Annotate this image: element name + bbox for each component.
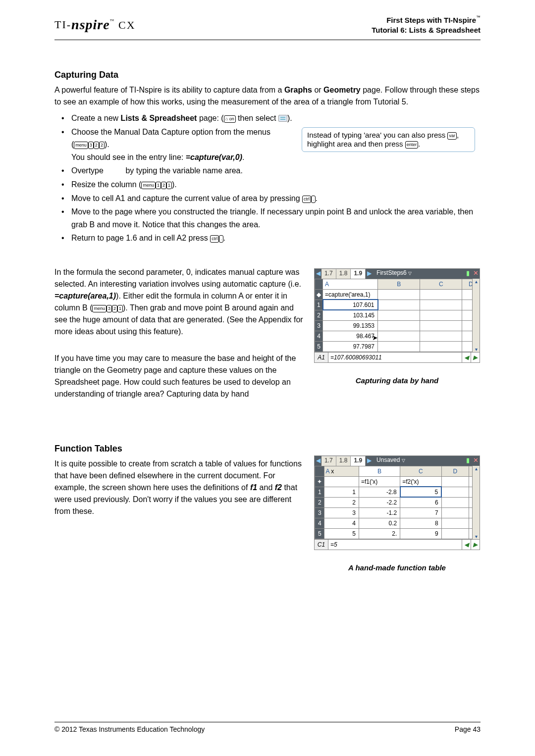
section-capturing-title: Capturing Data	[54, 70, 481, 80]
menu-key: menu	[92, 305, 107, 312]
active-cell-ref: A1	[315, 353, 328, 362]
two-key: 2	[99, 142, 105, 149]
dot-key: .	[219, 235, 223, 243]
step-move-a1: Move to cell A1 and capture the current …	[61, 192, 481, 205]
tab-1-7[interactable]: 1.7	[321, 269, 336, 279]
menu-key: menu	[74, 142, 88, 149]
step-resize: Resize the column (menu121).	[61, 178, 481, 191]
section-function-tables-title: Function Tables	[54, 444, 305, 454]
vertical-scrollbar[interactable]: ▴▾	[472, 466, 480, 539]
dot-key: .	[311, 196, 316, 203]
tab-1-8[interactable]: 1.8	[336, 456, 351, 466]
battery-icon: ▮	[464, 456, 472, 466]
two-key: 2	[161, 182, 166, 189]
tab-left-arrow-icon[interactable]: ◀	[315, 456, 321, 466]
tab-1-9[interactable]: 1.9	[351, 456, 366, 466]
entry-line[interactable]: =5	[328, 540, 462, 550]
ctrl-key: ctrl	[302, 196, 311, 203]
home-key: ⌂ on	[224, 115, 236, 123]
close-icon[interactable]: ✕	[472, 456, 480, 466]
nav-left-icon[interactable]: ◀	[462, 540, 471, 550]
one-key: 1	[156, 182, 161, 189]
active-cell-ref: C1	[315, 540, 328, 550]
step-overtype: Overtype by typing the variable name are…	[61, 164, 481, 177]
ctrl-key: ctrl	[210, 235, 219, 243]
spreadsheet-icon	[278, 115, 287, 122]
tab-1-7[interactable]: 1.7	[321, 456, 336, 466]
tab-1-8[interactable]: 1.8	[336, 269, 351, 279]
brand-logo: TI-nspire™ CX	[54, 17, 136, 33]
tab-right-arrow-icon[interactable]: ▶	[366, 456, 373, 466]
tab-right-arrow-icon[interactable]: ▶	[366, 269, 373, 279]
step-return: Return to page 1.6 and in cell A2 press …	[61, 232, 481, 245]
screenshot2-caption: A hand-made function table	[314, 563, 480, 572]
copyright: © 2012 Texas Instruments Education Techn…	[54, 725, 205, 733]
nav-right-icon[interactable]: ▶	[471, 353, 480, 362]
spreadsheet-screenshot-function-table: ◀ 1.7 1.8 1.9 ▶ Unsaved ▽ ▮ ✕ A x B C D …	[314, 455, 480, 550]
document-name: Unsaved ▽	[373, 456, 464, 466]
header-meta: First Steps with TI-Nspire™ Tutorial 6: …	[372, 15, 481, 35]
page-footer: © 2012 Texas Instruments Education Techn…	[54, 722, 481, 733]
page-number: Page 43	[455, 725, 481, 733]
nav-left-icon[interactable]: ◀	[462, 353, 471, 362]
two-key: 2	[94, 142, 99, 149]
step-manual-capture: Choose the Manual Data Capture option fr…	[61, 126, 481, 164]
header-rule	[54, 40, 481, 40]
close-icon[interactable]: ✕	[472, 269, 480, 279]
section-capturing-intro: A powerful feature of TI-Nspire is its a…	[54, 84, 481, 108]
battery-icon: ▮	[464, 269, 472, 279]
spreadsheet-screenshot-capture: ◀ 1.7 1.8 1.9 ▶ FirstSteps6 ▽ ▮ ✕ A B C …	[314, 268, 480, 363]
tab-left-arrow-icon[interactable]: ◀	[315, 269, 321, 279]
para-auto-capture: In the formula the second parameter, 0, …	[54, 266, 305, 338]
steps-list: Create a new Lists & Spreadsheet page: (…	[54, 112, 481, 245]
three-key: 3	[107, 305, 112, 312]
document-name: FirstSteps6 ▽	[373, 269, 464, 279]
two-key: 2	[112, 305, 117, 312]
entry-line[interactable]: =107.60080693011	[328, 353, 462, 362]
one-key: 1	[117, 305, 123, 312]
section-function-tables-body: It is quite possible to create from scra…	[54, 458, 305, 517]
page-header: TI-nspire™ CX First Steps with TI-Nspire…	[54, 15, 481, 40]
nav-right-icon[interactable]: ▶	[471, 540, 480, 550]
menu-key: menu	[141, 182, 156, 189]
step-move-page: Move to the page where you constructed t…	[61, 205, 481, 231]
cursor-icon: ➤	[372, 334, 378, 342]
step-create-page: Create a new Lists & Spreadsheet page: (…	[61, 112, 481, 125]
one-key: 1	[166, 182, 172, 189]
para-measure: If you have time you may care to measure…	[54, 353, 305, 400]
three-key: 3	[88, 142, 94, 149]
vertical-scrollbar[interactable]: ▴▾	[472, 279, 480, 352]
screenshot1-caption: Capturing data by hand	[314, 376, 480, 385]
tab-1-9[interactable]: 1.9	[351, 269, 366, 279]
